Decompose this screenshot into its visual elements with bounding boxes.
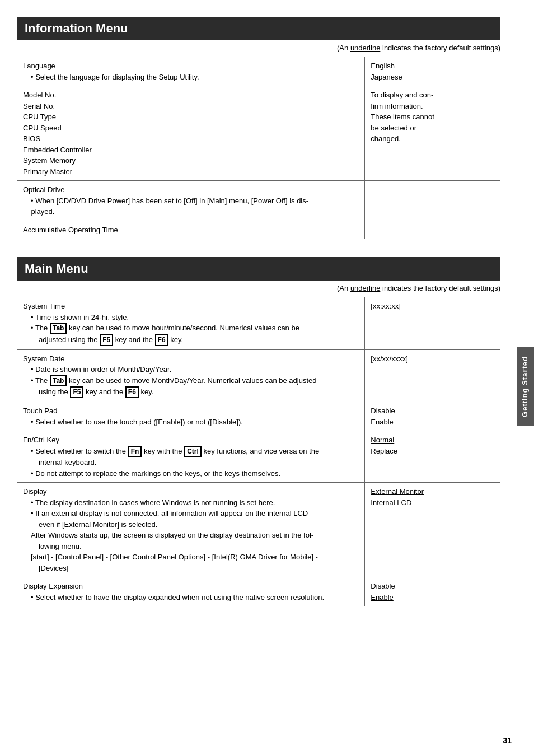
main-fnctrl-other: Replace bbox=[371, 447, 397, 455]
main-dispexp-right: Disable Enable bbox=[365, 577, 500, 606]
info-system-title: Model No. Serial No. CPU Type CPU Speed … bbox=[23, 91, 92, 176]
table-row: Display Expansion • Select whether to ha… bbox=[17, 577, 500, 606]
main-systime-title: System Time bbox=[23, 302, 65, 310]
information-menu-table: Language • Select the language for displ… bbox=[17, 57, 500, 239]
table-row: Fn/Ctrl Key • Select whether to switch t… bbox=[17, 431, 500, 483]
info-optical-title: Optical Drive bbox=[23, 185, 64, 194]
main-sysdate-title: System Date bbox=[23, 354, 64, 363]
main-menu-table: System Time • Time is shown in 24-hr. st… bbox=[17, 297, 500, 606]
main-display-desc3: After Windows starts up, the screen is d… bbox=[23, 531, 313, 539]
table-row: System Time • Time is shown in 24-hr. st… bbox=[17, 297, 500, 350]
main-dispexp-other: Enable bbox=[371, 593, 393, 601]
info-language-desc: • Select the language for displaying the… bbox=[23, 73, 199, 81]
main-fnctrl-desc2: • Do not attempt to replace the markings… bbox=[23, 469, 280, 478]
main-display-desc2: • If an external display is not connecte… bbox=[23, 509, 308, 517]
main-touchpad-desc: • Select whether to use the touch pad ([… bbox=[23, 418, 243, 426]
main-fnctrl-desc1: • Select whether to switch the Fn key wi… bbox=[23, 447, 319, 455]
info-language-left: Language • Select the language for displ… bbox=[17, 57, 365, 86]
f6-key-badge2: F6 bbox=[125, 386, 139, 398]
main-display-desc2b: even if [External Monitor] is selected. bbox=[23, 520, 157, 529]
ctrl-key-badge: Ctrl bbox=[184, 446, 202, 458]
main-sysdate-desc2b: using the F5 key and the F6 key. bbox=[23, 388, 153, 396]
main-sysdate-left: System Date • Date is shown in order of … bbox=[17, 349, 365, 402]
main-fnctrl-default: Normal bbox=[371, 436, 394, 444]
main-display-title: Display bbox=[23, 487, 47, 496]
fn-key-badge: Fn bbox=[128, 446, 142, 458]
main-dispexp-default: Disable bbox=[371, 582, 395, 590]
getting-started-tab: Getting Started bbox=[517, 347, 534, 426]
info-optical-desc: • When [CD/DVD Drive Power] has been set… bbox=[23, 197, 308, 216]
main-fnctrl-desc1b: internal keyboard. bbox=[23, 458, 96, 466]
main-sysdate-desc2: • The Tab key can be used to move Month/… bbox=[23, 376, 317, 385]
main-sysdate-desc1: • Date is shown in order of Month/Day/Ye… bbox=[23, 365, 171, 374]
main-display-other: Internal LCD bbox=[371, 498, 411, 507]
table-row: System Date • Date is shown in order of … bbox=[17, 349, 500, 402]
info-optical-left: Optical Drive • When [CD/DVD Drive Power… bbox=[17, 181, 365, 221]
f5-key-badge: F5 bbox=[100, 334, 113, 346]
info-factory-note: (An underline indicates the factory defa… bbox=[17, 40, 500, 55]
main-display-desc3b: lowing menu. bbox=[23, 542, 82, 550]
main-touchpad-default: Disable bbox=[371, 407, 395, 415]
main-touchpad-other: Enable bbox=[371, 418, 393, 426]
main-fnctrl-title: Fn/Ctrl Key bbox=[23, 436, 59, 444]
main-menu-title: Main Menu bbox=[17, 257, 500, 281]
table-row: Display • The display destination in cas… bbox=[17, 483, 500, 577]
main-display-desc4: [start] - [Control Panel] - [Other Contr… bbox=[23, 553, 318, 561]
main-systime-right: [xx:xx:xx] bbox=[365, 297, 500, 350]
info-accum-left: Accumulative Operating Time bbox=[17, 221, 365, 239]
table-row: Optical Drive • When [CD/DVD Drive Power… bbox=[17, 181, 500, 221]
table-row: Touch Pad • Select whether to use the to… bbox=[17, 402, 500, 431]
main-systime-desc2: • The Tab key can be used to move hour/m… bbox=[23, 324, 299, 332]
tab-key-badge: Tab bbox=[50, 323, 67, 334]
information-menu-title: Information Menu bbox=[17, 17, 500, 40]
info-optical-right bbox=[365, 181, 500, 221]
info-language-right: English Japanese bbox=[365, 57, 500, 86]
info-system-left: Model No. Serial No. CPU Type CPU Speed … bbox=[17, 86, 365, 181]
info-accum-title: Accumulative Operating Time bbox=[23, 226, 118, 234]
main-dispexp-desc: • Select whether to have the display exp… bbox=[23, 593, 324, 601]
info-language-other: Japanese bbox=[371, 73, 402, 81]
main-sysdate-right: [xx/xx/xxxx] bbox=[365, 349, 500, 402]
page-number: 31 bbox=[503, 736, 512, 745]
info-system-right: To display and con-firm information.Thes… bbox=[365, 86, 500, 181]
f5-key-badge2: F5 bbox=[70, 386, 83, 398]
main-display-default: External Monitor bbox=[371, 487, 424, 496]
main-systime-left: System Time • Time is shown in 24-hr. st… bbox=[17, 297, 365, 350]
main-systime-desc2b: adjusted using the F5 key and the F6 key… bbox=[23, 335, 183, 344]
info-accum-right bbox=[365, 221, 500, 239]
table-row: Model No. Serial No. CPU Type CPU Speed … bbox=[17, 86, 500, 181]
main-touchpad-right: Disable Enable bbox=[365, 402, 500, 431]
table-row: Accumulative Operating Time bbox=[17, 221, 500, 239]
tab-key-badge2: Tab bbox=[50, 375, 67, 387]
table-row: Language • Select the language for displ… bbox=[17, 57, 500, 86]
main-fnctrl-right: Normal Replace bbox=[365, 431, 500, 483]
main-dispexp-title: Display Expansion bbox=[23, 582, 83, 590]
main-dispexp-left: Display Expansion • Select whether to ha… bbox=[17, 577, 365, 606]
info-language-title: Language bbox=[23, 62, 55, 70]
info-language-default: English bbox=[371, 62, 395, 70]
main-display-right: External Monitor Internal LCD bbox=[365, 483, 500, 577]
main-display-left: Display • The display destination in cas… bbox=[17, 483, 365, 577]
main-systime-desc1: • Time is shown in 24-hr. style. bbox=[23, 313, 129, 321]
main-touchpad-title: Touch Pad bbox=[23, 407, 57, 415]
main-touchpad-left: Touch Pad • Select whether to use the to… bbox=[17, 402, 365, 431]
main-fnctrl-left: Fn/Ctrl Key • Select whether to switch t… bbox=[17, 431, 365, 483]
main-display-desc4b: [Devices] bbox=[23, 564, 68, 572]
main-display-desc1: • The display destination in cases where… bbox=[23, 498, 275, 507]
main-factory-note: (An underline indicates the factory defa… bbox=[17, 281, 500, 296]
f6-key-badge: F6 bbox=[155, 334, 168, 346]
